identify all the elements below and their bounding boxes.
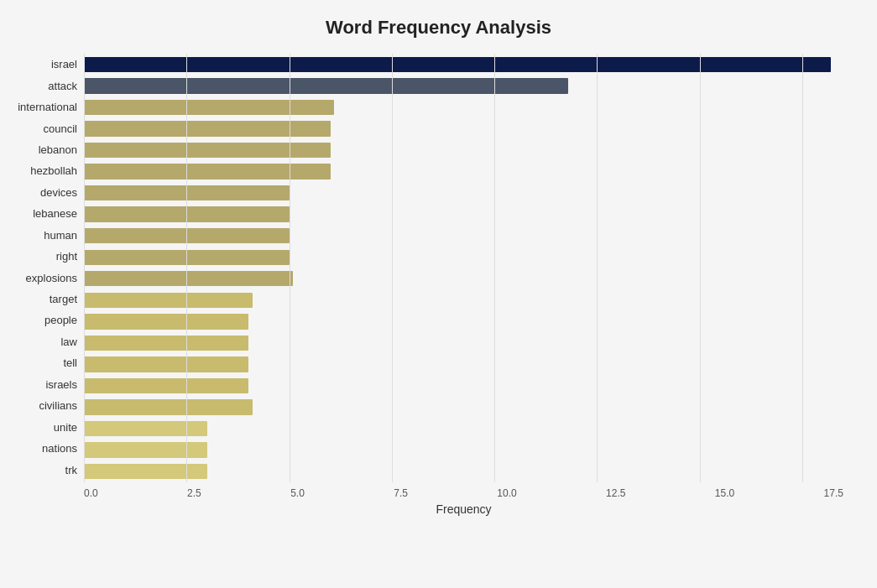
bar (84, 314, 248, 329)
bar-row (84, 139, 843, 161)
bar-row (84, 440, 843, 461)
bar (84, 206, 290, 221)
bar (84, 100, 334, 115)
y-label: explosions (26, 273, 77, 284)
y-label: attack (48, 81, 77, 91)
y-label: tell (63, 357, 77, 368)
bar (84, 356, 248, 372)
x-axis-label: Frequency (84, 502, 843, 516)
chart-title: Word Frequency Analysis (34, 17, 843, 39)
x-tick: 0.0 (84, 487, 98, 499)
bar (84, 143, 331, 158)
y-label: devices (40, 187, 77, 198)
x-tick: 17.5 (824, 487, 843, 499)
y-label: lebanon (39, 144, 77, 155)
x-tick: 12.5 (606, 487, 625, 499)
bar-row (84, 161, 843, 183)
y-label: unite (54, 422, 77, 433)
bar (84, 442, 207, 457)
y-labels: israelattackinternationalcouncillebanonh… (0, 54, 77, 482)
bars-wrapper: israelattackinternationalcouncillebanonh… (84, 54, 843, 482)
x-tick: 15.0 (715, 487, 734, 499)
bar (84, 164, 331, 179)
bar-row (84, 96, 843, 118)
y-label: people (44, 315, 77, 325)
bar-row (84, 461, 843, 482)
x-axis-container: 0.02.55.07.510.012.515.017.5 Frequency (84, 482, 843, 516)
bar (84, 121, 331, 136)
y-label: israel (51, 59, 77, 70)
y-label: target (50, 294, 77, 304)
bar-row (84, 375, 843, 397)
bar (84, 78, 568, 93)
bar-row (84, 118, 843, 140)
bar (84, 464, 207, 479)
x-tick: 2.5 (187, 487, 201, 499)
bar (84, 250, 290, 265)
bar-row (84, 54, 843, 75)
x-axis: 0.02.55.07.510.012.515.017.5 (84, 482, 843, 499)
x-tick: 10.0 (497, 487, 516, 499)
bar-row (84, 204, 843, 226)
bar-row (84, 332, 843, 354)
bar-row (84, 268, 843, 289)
bar (84, 57, 831, 72)
bar (84, 228, 290, 243)
y-label: council (44, 123, 77, 134)
bar (84, 378, 248, 393)
bar-row (84, 418, 843, 440)
bar (84, 336, 248, 351)
bar (84, 271, 293, 286)
y-label: international (18, 101, 77, 112)
y-label: israels (45, 379, 77, 390)
bar-row (84, 311, 843, 333)
y-label: civilians (39, 400, 77, 411)
y-label: hezbollah (30, 165, 77, 176)
y-label: right (56, 251, 77, 262)
x-tick: 5.0 (290, 487, 305, 499)
bar (84, 399, 253, 414)
bar-row (84, 397, 843, 419)
y-label: nations (42, 443, 77, 454)
bar-row (84, 182, 843, 204)
y-label: lebanese (33, 208, 77, 219)
bar-row (84, 225, 843, 247)
bar-row (84, 75, 843, 97)
bar (84, 293, 253, 308)
bar-row (84, 247, 843, 268)
y-label: trk (65, 465, 77, 476)
bar (84, 421, 207, 436)
plot-area (84, 54, 843, 482)
chart-container: Word Frequency Analysis israelattackinte… (0, 0, 877, 588)
y-label: law (60, 336, 77, 347)
bar-row (84, 289, 843, 311)
x-tick: 7.5 (394, 487, 408, 499)
bar-row (84, 354, 843, 376)
bar (84, 185, 290, 200)
chart-area: israelattackinternationalcouncillebanonh… (84, 54, 843, 516)
y-label: human (44, 230, 77, 241)
